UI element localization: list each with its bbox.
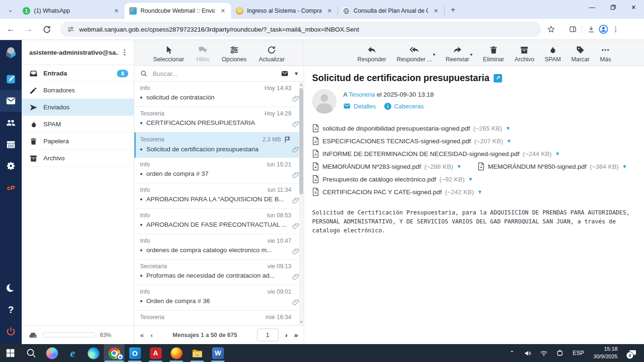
- seleccionar-button[interactable]: Seleccionar: [153, 45, 184, 63]
- tab-close-icon[interactable]: ✕: [112, 7, 121, 15]
- dropdown-caret-icon[interactable]: ▾: [470, 52, 472, 63]
- taskbar-ie-button[interactable]: e: [62, 344, 83, 362]
- first-page-button[interactable]: «: [140, 331, 144, 339]
- search-scope-icon[interactable]: [280, 70, 289, 77]
- attachment-item[interactable]: INFORME DE DETERMINACION DE NECESIDAD-si…: [312, 149, 560, 158]
- eliminar-button[interactable]: Eliminar: [483, 45, 504, 63]
- tab-close-icon[interactable]: ✕: [432, 7, 440, 15]
- rail-power-button[interactable]: [0, 321, 22, 342]
- url-text[interactable]: webmail.sanjuan.gob.ec/cpsess2879723216/…: [79, 26, 359, 33]
- attachment-menu-caret-icon[interactable]: ▼: [456, 164, 462, 169]
- list-scrollbar[interactable]: ▲ ▼: [299, 82, 304, 325]
- recipient-link[interactable]: Tesoreria: [349, 91, 375, 98]
- message-row[interactable]: Info vie 09:01 • Orden de compra # 36: [134, 285, 304, 311]
- back-button[interactable]: ←: [4, 22, 18, 36]
- dropdown-caret-icon[interactable]: ▾: [433, 52, 435, 63]
- attachment-menu-caret-icon[interactable]: ▼: [468, 176, 473, 182]
- taskbar-explorer-button[interactable]: [187, 344, 207, 362]
- message-row[interactable]: Info lun 15:21 • orden de compra # 37: [134, 158, 304, 183]
- attachment-item[interactable]: solicitud de disponibilidad presupuestar…: [312, 124, 511, 132]
- message-row[interactable]: Info lun 11:34 • APROBACION PARA LA “ADQ…: [134, 183, 304, 209]
- volume-icon[interactable]: [521, 344, 535, 362]
- más-button[interactable]: Más: [600, 45, 611, 63]
- archivo-button[interactable]: Archivo: [514, 45, 534, 63]
- side-panel-button[interactable]: [567, 23, 579, 35]
- taskbar-start-button[interactable]: [0, 344, 21, 362]
- taskbar-outlook-button[interactable]: O: [124, 344, 145, 362]
- tab-search-button[interactable]: ⌄: [4, 3, 17, 16]
- browser-menu-button[interactable]: ⋮: [610, 23, 622, 35]
- scrollbar-thumb[interactable]: [299, 88, 303, 194]
- actualizar-button[interactable]: Actualizar: [259, 45, 285, 63]
- page-number-input[interactable]: 1: [257, 329, 279, 341]
- browser-tab[interactable]: Roundcube Webmail :: Enviados ✕: [124, 3, 231, 19]
- account-menu-icon[interactable]: ⋮: [118, 48, 131, 57]
- action-center-button[interactable]: 4: [623, 344, 642, 362]
- message-row[interactable]: Tesoreria mié 16:34 •: [134, 311, 304, 325]
- message-row[interactable]: Info vie 10:47 • ordenes de compra catal…: [134, 234, 304, 260]
- attachment-menu-caret-icon[interactable]: ▼: [477, 189, 482, 195]
- browser-tab[interactable]: Consulta del Plan Anual de Con... ✕: [338, 3, 444, 19]
- attachment-item[interactable]: MEMORÁNDUM Nº283-signed.pdf (~288 KB) ▼: [312, 162, 462, 171]
- tab-close-icon[interactable]: ✕: [325, 7, 334, 15]
- hilos-button[interactable]: Hilos: [196, 45, 209, 63]
- attachment-item[interactable]: Presupuesto de catálogo electrónico.pdf …: [312, 175, 473, 183]
- flag-icon[interactable]: [284, 136, 291, 143]
- spam-button[interactable]: SPAM: [545, 45, 561, 63]
- profile-button[interactable]: [597, 23, 610, 35]
- taskbar-search-button[interactable]: [21, 344, 41, 362]
- meet-now-icon[interactable]: [553, 344, 567, 362]
- rail-moon-button[interactable]: [0, 277, 22, 299]
- rail-calendar-button[interactable]: [0, 133, 22, 155]
- browser-tab[interactable]: Ingreso al Sistema - Compras P... ✕: [231, 3, 338, 19]
- reenviar-button[interactable]: Reenviar: [446, 45, 469, 63]
- rail-question-button[interactable]: ?: [0, 299, 22, 321]
- bookmark-star-button[interactable]: [545, 23, 557, 35]
- opciones-button[interactable]: Opciones: [222, 45, 247, 63]
- last-page-button[interactable]: »: [294, 331, 298, 339]
- sidebar-folder-entrada[interactable]: Entrada 8: [22, 65, 134, 82]
- open-in-new-window-icon[interactable]: ↗: [494, 74, 502, 82]
- rail-gear-button[interactable]: [0, 155, 22, 177]
- search-options-chevron-icon[interactable]: ▼: [294, 71, 299, 76]
- scroll-up-icon[interactable]: ▲: [299, 82, 303, 87]
- attachment-menu-caret-icon[interactable]: ▼: [622, 164, 627, 169]
- sidebar-folder-enviados[interactable]: Enviados: [22, 99, 134, 116]
- browser-tab[interactable]: 1 (1) WhatsApp ✕: [18, 3, 124, 19]
- attachment-menu-caret-icon[interactable]: ▼: [506, 138, 512, 144]
- account-header[interactable]: asistente-administrativo@sa... ⋮: [22, 40, 134, 65]
- attachment-item[interactable]: MEMORÁNDUM Nº850-signed.pdf (~364 KB) ▼: [478, 162, 627, 171]
- message-row[interactable]: Info lun 08:53 • APROBACION DE FASE PREC…: [134, 209, 304, 234]
- tray-expand-button[interactable]: ⌃: [505, 344, 519, 362]
- sidebar-folder-papelera[interactable]: Papelera: [22, 133, 134, 150]
- downloads-button[interactable]: [585, 23, 597, 35]
- attachment-item[interactable]: ESPECIFICACIONES TECNICAS-signed-signed.…: [312, 137, 512, 145]
- sidebar-folder-archivo[interactable]: Archivo: [22, 150, 134, 167]
- scroll-down-icon[interactable]: ▼: [299, 320, 303, 324]
- attachment-menu-caret-icon[interactable]: ▼: [555, 151, 560, 156]
- sidebar-folder-borradores[interactable]: Borradores: [22, 82, 134, 99]
- forward-button[interactable]: →: [22, 22, 36, 36]
- taskbar-firefox-button[interactable]: [166, 344, 187, 362]
- responder-button[interactable]: Responder ...: [396, 45, 432, 63]
- site-settings-icon[interactable]: [67, 25, 74, 33]
- message-row[interactable]: Info Hoy 14:43 • solicitud de contrataci…: [134, 82, 304, 107]
- taskbar-edge-button[interactable]: [83, 344, 104, 362]
- headers-link[interactable]: i Cabeceras: [384, 103, 424, 110]
- rail-envelope-button[interactable]: [0, 90, 22, 112]
- attachment-item[interactable]: CERTIFICACION PAC Y CATE-signed.pdf (~24…: [312, 188, 482, 196]
- message-row[interactable]: Tesoreria 2.3 MB • Solicitud de certific…: [134, 132, 304, 158]
- tab-close-icon[interactable]: ✕: [219, 7, 227, 15]
- attachment-menu-caret-icon[interactable]: ▼: [505, 125, 511, 131]
- taskbar-clock[interactable]: 15:18 30/9/2025: [590, 346, 621, 360]
- window-minimize-button[interactable]: —: [582, 0, 603, 14]
- prev-page-button[interactable]: ‹: [150, 331, 153, 339]
- message-row[interactable]: Tesoreria Hoy 14:29 • CERTIFICACION PRES…: [134, 107, 304, 132]
- taskbar-copilot-button[interactable]: [41, 344, 62, 362]
- sidebar-folder-spam[interactable]: SPAM: [22, 116, 134, 133]
- reload-button[interactable]: [40, 22, 54, 36]
- details-link[interactable]: Detalles: [343, 102, 376, 110]
- window-restore-button[interactable]: [603, 0, 623, 14]
- keyboard-language[interactable]: ESP: [569, 350, 588, 356]
- window-close-button[interactable]: ✕: [623, 0, 644, 14]
